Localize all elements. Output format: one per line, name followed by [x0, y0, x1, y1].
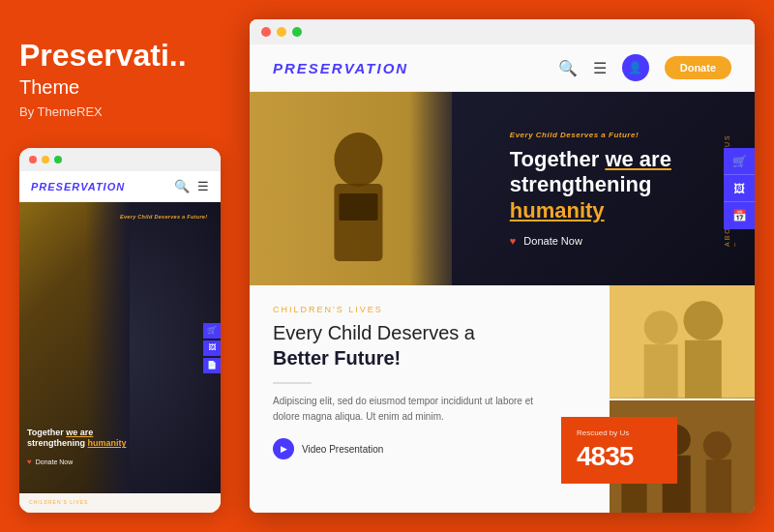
content-section-label: Children's Lives: [273, 305, 538, 314]
browser-window: PRESERVATION 🔍 ☰ 👤 Donate: [250, 19, 755, 513]
mobile-sidebar-file-icon[interactable]: 📄: [203, 358, 221, 373]
desktop-search-icon[interactable]: 🔍: [558, 59, 578, 77]
play-icon: ▶: [273, 438, 294, 459]
mobile-footer-label: Children's Lives: [29, 499, 211, 505]
content-headline-bold: Better Future!: [273, 347, 401, 369]
mobile-nav: PRESERVATION 🔍 ☰: [19, 171, 221, 202]
mobile-dot-green[interactable]: [54, 156, 62, 163]
desktop-donate-button[interactable]: Donate: [665, 56, 731, 79]
theme-title: Preservati..: [19, 39, 221, 73]
svg-rect-1: [250, 92, 477, 285]
desktop-hero: Every Child Deserves a Future! Together …: [250, 92, 755, 285]
svg-point-8: [683, 301, 723, 340]
desktop-content-right: Rescued by Us 4835: [561, 285, 755, 513]
browser-dot-green[interactable]: [292, 27, 302, 37]
svg-rect-16: [706, 459, 731, 513]
stat-number: 4835: [577, 441, 662, 472]
video-btn-label: Video Presentation: [302, 444, 383, 455]
svg-rect-7: [644, 344, 678, 398]
video-presentation-button[interactable]: ▶ Video Presentation: [273, 438, 538, 459]
by-line: By ThemeREX: [19, 104, 221, 119]
mobile-hero-headline: Together we are strengthening humanity: [27, 428, 215, 450]
photo-cell-top: [610, 285, 755, 399]
desktop-content-left: Children's Lives Every Child Deserves a …: [250, 285, 561, 513]
desktop-menu-icon[interactable]: ☰: [593, 59, 607, 77]
desktop-sidebar-image-icon[interactable]: 🖼: [724, 175, 755, 202]
desktop-content-section: Children's Lives Every Child Deserves a …: [250, 285, 755, 513]
mobile-browser-bar: [19, 148, 221, 171]
mobile-sidebar-image-icon[interactable]: 🖼: [203, 340, 221, 356]
mobile-logo: PRESERVATION: [31, 181, 125, 192]
desktop-nav-right: 🔍 ☰ 👤 Donate: [558, 54, 731, 81]
svg-rect-3: [334, 184, 382, 261]
desktop-sidebar-calendar-icon[interactable]: 📅: [724, 202, 755, 229]
svg-point-15: [703, 431, 731, 459]
stat-label: Rescued by Us: [577, 429, 662, 437]
mobile-search-icon[interactable]: 🔍: [174, 179, 190, 193]
svg-rect-0: [250, 92, 477, 285]
hero-photo-svg: [250, 92, 477, 285]
content-headline-normal: Every Child Deserves a: [273, 322, 475, 343]
mobile-sidebar-cart-icon[interactable]: 🛒: [203, 323, 221, 339]
desktop-hero-photo: [250, 92, 477, 285]
photo-top-svg: [610, 285, 755, 399]
desktop-nav: PRESERVATION 🔍 ☰ 👤 Donate: [250, 44, 755, 92]
svg-rect-5: [610, 285, 755, 399]
svg-rect-4: [339, 193, 377, 221]
mobile-preview: PRESERVATION 🔍 ☰ Every Child Deserves a …: [19, 148, 221, 513]
mobile-dot-red[interactable]: [29, 156, 37, 163]
left-panel: Preservati.. Theme By ThemeREX PRESERVAT…: [0, 0, 240, 532]
mobile-nav-icons: 🔍 ☰: [174, 179, 209, 193]
stat-box: Rescued by Us 4835: [561, 417, 677, 484]
svg-rect-9: [685, 340, 722, 399]
right-panel: PRESERVATION 🔍 ☰ 👤 Donate: [240, 0, 774, 532]
mobile-underline-text: we are: [66, 428, 93, 437]
browser-bar: [250, 19, 755, 44]
theme-subtitle: Theme: [19, 76, 221, 99]
desktop-highlight-text: humanity: [510, 198, 605, 222]
svg-point-6: [644, 310, 678, 344]
desktop-hero-tagline: Every Child Deserves a Future!: [510, 131, 726, 139]
browser-dot-red[interactable]: [261, 27, 271, 37]
mobile-hero: Every Child Deserves a Future! Together …: [19, 202, 221, 493]
mobile-tagline: Every Child Deserves a Future!: [120, 214, 215, 220]
mobile-sidebar-icons: 🛒 🖼 📄: [203, 323, 221, 373]
content-body-text: Adipiscing elit, sed do eiusmod tempor i…: [273, 394, 538, 425]
desktop-hero-cta[interactable]: Donate Now: [510, 235, 726, 247]
browser-dot-yellow[interactable]: [277, 27, 286, 37]
desktop-logo: PRESERVATION: [273, 60, 408, 76]
mobile-donate-button[interactable]: Donate Now: [27, 458, 73, 466]
desktop-underline-text: we are: [605, 147, 671, 171]
svg-point-2: [334, 133, 382, 187]
desktop-hero-headline: Together we are strengthening humanity: [510, 147, 726, 223]
desktop-sidebar-icons: 🛒 🖼 📅: [724, 148, 755, 229]
desktop-sidebar-cart-icon[interactable]: 🛒: [724, 148, 755, 175]
mobile-menu-icon[interactable]: ☰: [197, 179, 209, 193]
mobile-highlight-text: humanity: [88, 438, 127, 448]
content-headline: Every Child Deserves a Better Future!: [273, 320, 538, 370]
content-divider: [273, 382, 312, 384]
desktop-user-avatar[interactable]: 👤: [622, 54, 649, 81]
mobile-dot-yellow[interactable]: [42, 156, 49, 163]
mobile-footer-section: Children's Lives: [19, 493, 221, 513]
